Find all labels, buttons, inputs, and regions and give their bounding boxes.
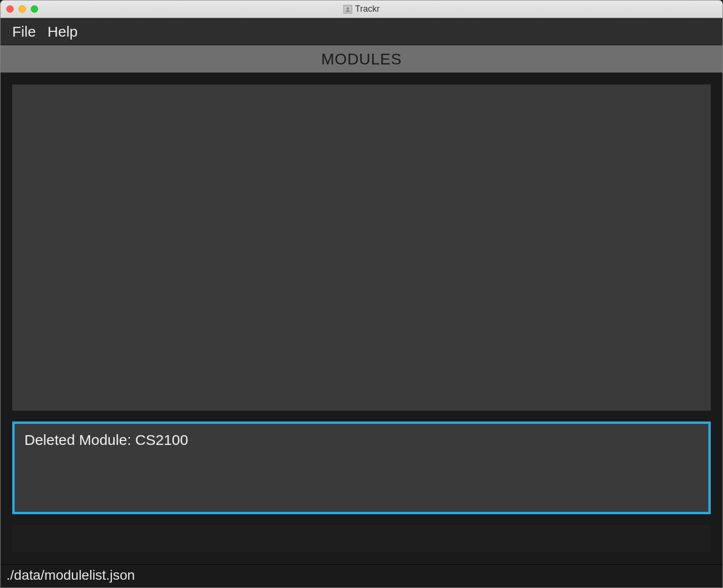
svg-point-1 xyxy=(346,7,349,9)
window-title: Trackr xyxy=(355,4,380,14)
menu-file[interactable]: File xyxy=(12,23,36,40)
status-bar: ./data/modulelist.json xyxy=(0,564,723,588)
status-path: ./data/modulelist.json xyxy=(6,567,135,583)
app-window: Trackr File Help MODULES Deleted Module:… xyxy=(0,0,723,588)
menu-help[interactable]: Help xyxy=(47,23,78,40)
app-icon xyxy=(343,5,352,14)
section-header: MODULES xyxy=(0,45,723,73)
menubar: File Help xyxy=(0,18,723,45)
content-area: Deleted Module: CS2100 xyxy=(0,73,723,564)
titlebar[interactable]: Trackr xyxy=(0,0,723,18)
close-icon[interactable] xyxy=(6,5,14,13)
maximize-icon[interactable] xyxy=(31,5,38,13)
command-input[interactable] xyxy=(12,525,711,552)
window-controls xyxy=(6,5,38,13)
minimize-icon[interactable] xyxy=(19,5,26,13)
window-title-wrap: Trackr xyxy=(343,4,380,14)
result-message-text: Deleted Module: CS2100 xyxy=(24,432,188,448)
modules-panel xyxy=(12,84,711,411)
result-message-box: Deleted Module: CS2100 xyxy=(12,421,711,514)
section-title: MODULES xyxy=(321,50,402,68)
